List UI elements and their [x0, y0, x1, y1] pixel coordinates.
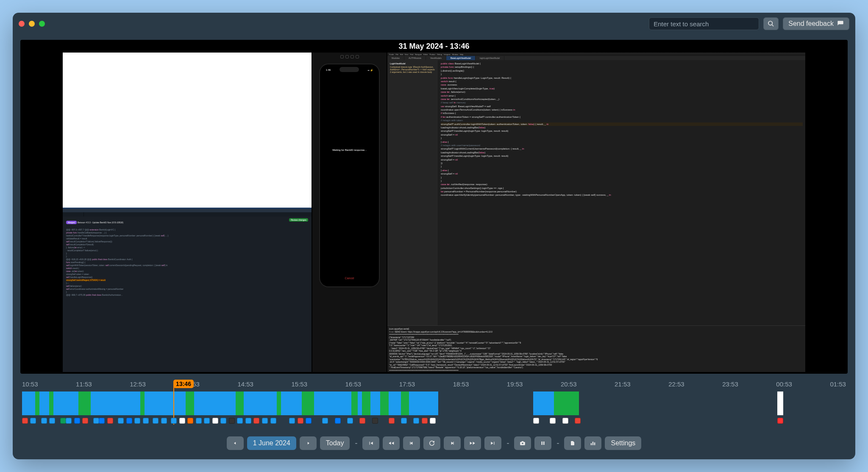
activity-segment[interactable] — [244, 391, 277, 415]
app-icon[interactable] — [49, 418, 55, 424]
app-icon[interactable] — [335, 418, 341, 424]
activity-segment[interactable] — [314, 391, 351, 415]
app-icon[interactable] — [229, 418, 235, 424]
app-icon[interactable] — [74, 418, 80, 424]
activity-segment[interactable] — [49, 391, 53, 415]
app-icon[interactable] — [430, 418, 436, 424]
document-button[interactable] — [564, 436, 581, 450]
prev-frame-button[interactable] — [227, 436, 244, 450]
activity-segment[interactable] — [533, 391, 554, 415]
app-icon[interactable] — [179, 418, 185, 424]
app-icon[interactable] — [262, 418, 268, 424]
activity-segment[interactable] — [409, 391, 438, 415]
app-icon[interactable] — [298, 418, 303, 424]
timeline[interactable]: 13:46 10:5311:5312:5313:5314:5315:5316:5… — [13, 377, 855, 432]
activity-segment[interactable] — [39, 391, 49, 415]
app-icon[interactable] — [347, 418, 353, 424]
activity-segment[interactable] — [351, 391, 358, 415]
app-icon[interactable] — [401, 418, 407, 424]
activity-segment[interactable] — [35, 391, 39, 415]
next-frame-button[interactable] — [300, 436, 317, 450]
app-icon[interactable] — [143, 418, 149, 424]
activity-segment[interactable] — [277, 391, 281, 415]
activity-segment[interactable] — [236, 391, 244, 415]
activity-segment[interactable] — [302, 391, 314, 415]
app-icon[interactable] — [550, 418, 556, 424]
app-icon[interactable] — [134, 418, 140, 424]
app-icon[interactable] — [306, 418, 312, 424]
activity-segment[interactable] — [380, 391, 389, 415]
activity-segment[interactable] — [777, 391, 783, 415]
app-icon[interactable] — [187, 418, 193, 424]
app-icon[interactable] — [220, 418, 226, 424]
activity-segment[interactable] — [554, 391, 562, 415]
refresh-button[interactable] — [423, 436, 440, 450]
activity-segment[interactable] — [55, 391, 78, 415]
app-icon[interactable] — [82, 418, 88, 424]
app-icon[interactable] — [212, 418, 218, 424]
app-icon[interactable] — [66, 418, 72, 424]
activity-segment[interactable] — [362, 391, 370, 415]
app-icon[interactable] — [422, 418, 428, 424]
step-forward-button[interactable] — [444, 436, 461, 450]
app-icon[interactable] — [118, 418, 124, 424]
pause-button[interactable] — [534, 436, 551, 450]
activity-segment[interactable] — [78, 391, 91, 415]
app-icon[interactable] — [237, 418, 243, 424]
activity-segment[interactable] — [186, 391, 194, 415]
settings-button[interactable]: Settings — [605, 436, 641, 450]
search-input[interactable]: Enter text to search — [649, 17, 759, 30]
app-icon[interactable] — [253, 418, 259, 424]
minimize-window-button[interactable] — [29, 21, 35, 27]
app-icon[interactable] — [245, 418, 251, 424]
activity-segment[interactable] — [194, 391, 236, 415]
app-icon[interactable] — [22, 418, 28, 424]
app-icon[interactable] — [171, 418, 177, 424]
app-icon[interactable] — [30, 418, 36, 424]
activity-segment[interactable] — [562, 391, 579, 415]
app-icon[interactable] — [60, 418, 66, 424]
app-icon[interactable] — [562, 418, 568, 424]
app-icon[interactable] — [153, 418, 159, 424]
step-back-button[interactable] — [403, 436, 420, 450]
app-icon[interactable] — [533, 418, 539, 424]
app-icon[interactable] — [289, 418, 295, 424]
timeline-track[interactable] — [20, 391, 848, 416]
activity-segment[interactable] — [145, 391, 186, 415]
app-icon[interactable] — [777, 418, 783, 424]
activity-segment[interactable] — [389, 391, 401, 415]
activity-segment[interactable] — [140, 391, 145, 415]
app-icon[interactable] — [322, 418, 328, 424]
skip-start-button[interactable] — [362, 436, 379, 450]
skip-end-button[interactable] — [484, 436, 501, 450]
app-icon[interactable] — [196, 418, 202, 424]
app-icon[interactable] — [372, 418, 378, 424]
app-icon[interactable] — [93, 418, 99, 424]
activity-segment[interactable] — [370, 391, 380, 415]
activity-segment[interactable] — [401, 391, 409, 415]
app-icon[interactable] — [359, 418, 365, 424]
search-button[interactable] — [763, 17, 779, 30]
maximize-window-button[interactable] — [39, 21, 45, 27]
activity-segment[interactable] — [22, 391, 35, 415]
activity-segment[interactable] — [281, 391, 302, 415]
stats-button[interactable] — [584, 436, 601, 450]
fast-forward-button[interactable] — [464, 436, 481, 450]
app-icon[interactable] — [204, 418, 210, 424]
close-window-button[interactable] — [19, 21, 25, 27]
app-icon[interactable] — [270, 418, 276, 424]
rewind-button[interactable] — [383, 436, 400, 450]
app-icon[interactable] — [575, 418, 581, 424]
date-picker-button[interactable]: 1 June 2024 — [247, 436, 296, 450]
activity-segment[interactable] — [358, 391, 362, 415]
app-icon[interactable] — [107, 418, 113, 424]
app-icon[interactable] — [99, 418, 105, 424]
app-icon[interactable] — [389, 418, 395, 424]
send-feedback-button[interactable]: Send feedback — [783, 17, 849, 30]
app-icon[interactable] — [126, 418, 132, 424]
camera-button[interactable] — [514, 436, 531, 450]
activity-segment[interactable] — [91, 391, 105, 415]
app-icon[interactable] — [413, 418, 419, 424]
today-button[interactable]: Today — [320, 436, 350, 450]
app-icon[interactable] — [161, 418, 167, 424]
